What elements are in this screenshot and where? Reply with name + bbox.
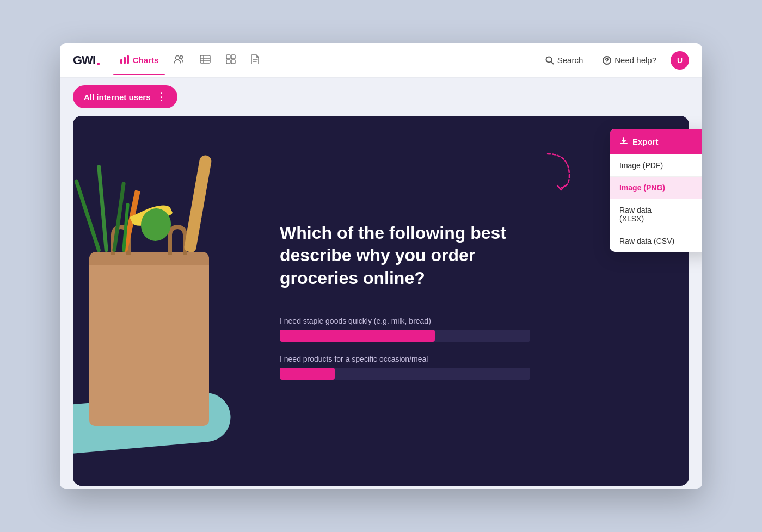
help-icon [603,56,611,65]
export-option-csv[interactable]: Raw data (CSV) [610,230,702,252]
nav-tab-charts[interactable]: Charts [113,51,165,70]
svg-point-3 [176,56,180,60]
svg-point-15 [546,57,551,62]
svg-rect-11 [226,60,230,64]
export-option-png-label: Image (PNG) [619,183,665,192]
svg-point-4 [180,56,183,59]
svg-rect-2 [127,55,129,64]
browser-window: GWI. Charts [60,43,702,489]
nav-tab-table[interactable] [193,51,217,70]
search-label: Search [557,55,583,65]
audience-menu-icon[interactable]: ⋮ [156,91,167,103]
bar-track-0 [280,330,530,342]
export-option-csv-label: Raw data (CSV) [619,237,674,245]
export-option-xlsx-label: Raw data(XLSX) [619,206,652,223]
bag-handle-right [168,225,187,255]
bar-label-0: I need staple goods quickly (e.g. milk, … [280,317,656,325]
svg-rect-1 [124,57,126,64]
help-button[interactable]: Need help? [597,52,662,68]
export-dropdown: Export Image (PDF) Image (PNG) Raw data(… [610,129,702,252]
svg-rect-9 [226,55,230,59]
nav-tab-grid[interactable] [219,50,242,70]
search-button[interactable]: Search [540,52,589,68]
search-icon [545,56,554,65]
grocery-illustration [73,121,258,486]
arrow-decoration [537,149,580,192]
export-option-xlsx[interactable]: Raw data(XLSX) [610,199,702,230]
bar-item-0: I need staple goods quickly (e.g. milk, … [280,317,656,342]
logo-dot: . [96,53,100,68]
export-header-button[interactable]: Export [610,129,702,154]
bag-fold [89,252,209,265]
chart-question: Which of the following best describe why… [280,222,552,290]
produce-stalk-2 [97,165,108,252]
nav-items: Charts [113,50,540,70]
nav-tab-docs[interactable] [244,50,266,70]
audience-pill[interactable]: All internet users ⋮ [73,85,177,108]
bar-fill-1 [280,368,335,380]
table-icon [200,55,211,65]
audience-label: All internet users [84,92,151,102]
svg-rect-5 [200,55,210,63]
people-icon [174,55,185,65]
avatar-initials: U [677,56,683,65]
paper-bag-body [89,252,209,426]
export-option-pdf[interactable]: Image (PDF) [610,154,702,177]
export-option-png[interactable]: Image (PNG) [610,177,702,199]
bar-fill-0 [280,330,435,342]
nav-right: Search Need help? U [540,51,689,70]
chart-bar-icon [120,55,130,66]
logo-text: GWI [73,53,95,67]
nav-tab-audience[interactable] [167,51,191,70]
svg-line-16 [551,61,554,64]
logo: GWI. [73,53,100,68]
chart-card: Which of the following best describe why… [73,116,689,486]
help-label: Need help? [614,55,656,65]
svg-rect-0 [120,59,122,64]
bar-label-1: I need products for a specific occasion/… [280,355,656,363]
export-option-pdf-label: Image (PDF) [619,161,663,170]
sub-header: All internet users ⋮ [60,78,702,116]
user-avatar[interactable]: U [671,51,689,70]
bar-item-1: I need products for a specific occasion/… [280,355,656,380]
doc-icon [251,54,260,66]
chart-bars: I need staple goods quickly (e.g. milk, … [280,317,656,380]
svg-rect-12 [231,60,235,64]
export-label: Export [632,137,659,146]
bar-track-1 [280,368,530,380]
nav-tab-charts-label: Charts [133,55,159,65]
export-download-icon [619,137,628,147]
baguette [183,154,212,253]
svg-rect-10 [231,55,235,59]
navbar: GWI. Charts [60,43,702,78]
svg-point-18 [607,62,607,63]
produce-stalk-1 [74,179,101,252]
grid-icon [226,54,236,66]
main-content: Which of the following best describe why… [60,116,702,489]
chart-image-area [73,116,258,486]
